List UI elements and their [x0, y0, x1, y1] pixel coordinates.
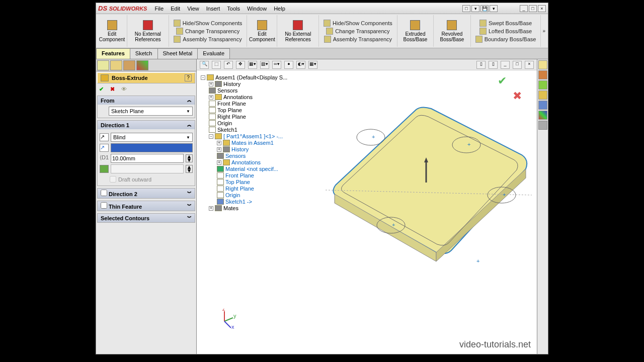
draft-outward-checkbox[interactable]: Draft outward: [100, 175, 193, 184]
tree-item[interactable]: Top Plane: [225, 179, 250, 185]
boundary-boss-button[interactable]: Boundary Boss/Base: [474, 35, 538, 43]
menu-view[interactable]: View: [187, 6, 199, 12]
zoom-fit-icon[interactable]: 🔍: [200, 61, 209, 69]
menu-tools[interactable]: Tools: [227, 6, 240, 12]
tree-item[interactable]: Origin: [217, 120, 232, 126]
view-orientation-icon[interactable]: ▦▾: [248, 61, 257, 69]
end-condition-dropdown[interactable]: Blind▼: [111, 133, 193, 142]
tree-expand-icon[interactable]: +: [217, 147, 221, 152]
draft-input[interactable]: [111, 164, 184, 173]
edit-component-button[interactable]: Edit Component: [99, 31, 125, 42]
lofted-boss-button[interactable]: Lofted Boss/Base: [478, 27, 533, 35]
fm-tab-tree-icon[interactable]: [97, 60, 109, 70]
tree-collapse-icon[interactable]: -: [201, 75, 205, 80]
tab-features[interactable]: Features: [96, 48, 130, 59]
depth-input[interactable]: [111, 154, 184, 163]
revolved-boss-icon[interactable]: [447, 20, 457, 30]
from-dropdown[interactable]: Sketch Plane▼: [109, 107, 193, 116]
tree-item[interactable]: Front Plane: [225, 172, 254, 178]
tab-sketch[interactable]: Sketch: [130, 48, 158, 59]
change-transparency-button[interactable]: Change Transparency: [175, 27, 241, 35]
menu-help[interactable]: Help: [274, 6, 285, 12]
file-explorer-tab-icon[interactable]: [538, 80, 547, 89]
tree-item[interactable]: Top Plane: [217, 107, 242, 113]
close-icon[interactable]: ×: [538, 5, 546, 12]
apply-scene-icon[interactable]: ◐▾: [296, 61, 305, 69]
draft-spinner[interactable]: ▲▼: [186, 165, 193, 173]
tree-collapse-icon[interactable]: -: [209, 134, 213, 139]
tab-evaluate[interactable]: Evaluate: [197, 48, 230, 59]
forum-tab-icon[interactable]: [538, 121, 547, 130]
tree-item[interactable]: Annotations: [231, 159, 261, 165]
assembly-transparency-button[interactable]: Assembly Transparency: [172, 35, 243, 43]
hide-show-items-icon[interactable]: ∞▾: [272, 61, 281, 69]
quick-open-icon[interactable]: ▾: [471, 5, 479, 12]
previous-view-icon[interactable]: ↶: [224, 61, 233, 69]
section-thin-feature-header[interactable]: Thin Feature︾: [98, 201, 195, 211]
revolved-boss-button[interactable]: Revolved Boss/Base: [437, 31, 467, 42]
tab-sheet-metal[interactable]: Sheet Metal: [157, 48, 198, 59]
ribbon-expand-button[interactable]: »: [541, 15, 547, 47]
section-from-header[interactable]: From︽: [98, 96, 195, 105]
doc-close-icon[interactable]: ×: [525, 61, 534, 69]
direction-vector-icon[interactable]: ↗: [100, 144, 109, 152]
fm-tab-display-icon[interactable]: [136, 60, 148, 70]
resources-tab-icon[interactable]: [538, 60, 547, 69]
window-tile-icon[interactable]: ▯: [476, 61, 486, 69]
view-palette-tab-icon[interactable]: [538, 90, 547, 100]
tree-expand-icon[interactable]: +: [209, 82, 213, 86]
quick-save-icon[interactable]: 💾: [480, 5, 489, 12]
tree-item[interactable]: Material <not specif...: [225, 166, 278, 172]
direction-vector-input[interactable]: [111, 143, 193, 152]
detailed-preview-icon[interactable]: 👁: [121, 86, 129, 93]
tree-item[interactable]: Origin: [225, 192, 240, 198]
tree-expand-icon[interactable]: +: [209, 206, 213, 211]
hide-show-components-button-2[interactable]: Hide/Show Components: [322, 19, 394, 27]
edit-component-icon-2[interactable]: [257, 20, 267, 30]
doc-restore-icon[interactable]: □: [513, 61, 522, 69]
fm-tab-config-icon[interactable]: [123, 60, 135, 70]
menu-edit[interactable]: Edit: [171, 6, 180, 12]
menu-file[interactable]: File: [154, 6, 164, 12]
tree-item[interactable]: Right Plane: [225, 186, 254, 192]
appearances-tab-icon[interactable]: [538, 101, 547, 110]
ok-button[interactable]: ✔: [99, 86, 107, 93]
extruded-boss-button[interactable]: Extruded Boss/Base: [400, 31, 430, 42]
tree-item[interactable]: Right Plane: [217, 114, 246, 120]
hide-show-components-button[interactable]: Hide/Show Components: [172, 19, 244, 27]
depth-spinner[interactable]: ▲▼: [186, 154, 193, 162]
zoom-area-icon[interactable]: ⬚: [212, 61, 221, 69]
flyout-feature-tree[interactable]: -Assem1 (Default<Display S... +History S…: [200, 73, 288, 213]
design-library-tab-icon[interactable]: [538, 70, 547, 79]
graphics-viewport[interactable]: 🔍 ⬚ ↶ ✥ ▦▾ ▨▾ ∞▾ ● ◐▾ ▦▾ ▯ ▯ _ □ × -Asse…: [197, 59, 537, 354]
thin-feature-checkbox[interactable]: [101, 202, 107, 209]
section-view-icon[interactable]: ✥: [236, 61, 245, 69]
tree-item[interactable]: Mates: [223, 205, 238, 211]
quick-new-icon[interactable]: □: [462, 5, 470, 12]
edit-component-icon[interactable]: [107, 20, 117, 30]
tree-item[interactable]: History: [223, 81, 240, 87]
no-external-ref-button-2[interactable]: No External References: [280, 31, 315, 42]
display-style-icon[interactable]: ▨▾: [260, 61, 269, 69]
tree-expand-icon[interactable]: +: [217, 160, 221, 165]
swept-boss-button[interactable]: Swept Boss/Base: [478, 19, 533, 27]
menu-insert[interactable]: Insert: [206, 6, 220, 12]
tree-item[interactable]: Mates in Assem1: [231, 140, 274, 146]
assembly-transparency-button-2[interactable]: Assembly Transparency: [323, 35, 393, 43]
cancel-button[interactable]: ✖: [110, 86, 118, 93]
tree-item[interactable]: History: [231, 146, 249, 152]
minimize-icon[interactable]: _: [520, 5, 528, 12]
tree-item[interactable]: Annotations: [223, 94, 253, 100]
help-icon[interactable]: ?: [185, 74, 192, 81]
tree-expand-icon[interactable]: +: [217, 141, 221, 145]
direction2-checkbox[interactable]: [101, 190, 107, 196]
draft-icon[interactable]: [100, 165, 109, 173]
no-external-ref-button[interactable]: No External References: [130, 31, 166, 42]
fm-tab-property-icon[interactable]: [110, 60, 122, 70]
reject-feature-icon[interactable]: ✖: [513, 89, 522, 103]
section-direction2-header[interactable]: Direction 2︾: [98, 189, 195, 198]
window-tile2-icon[interactable]: ▯: [489, 61, 498, 69]
accept-feature-icon[interactable]: ✔: [498, 74, 507, 87]
no-external-ref-icon-2[interactable]: [293, 20, 303, 30]
view-settings-icon[interactable]: ▦▾: [308, 61, 317, 69]
